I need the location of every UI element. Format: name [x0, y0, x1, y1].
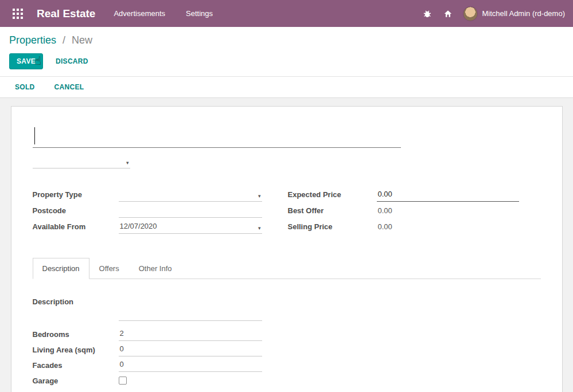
postcode-label: Postcode	[33, 206, 119, 218]
user-name: Mitchell Admin (rd-demo)	[482, 9, 566, 18]
home-icon[interactable]	[442, 8, 454, 19]
table-row: Bedrooms 2	[33, 326, 541, 341]
description-label: Description	[33, 297, 541, 306]
breadcrumb: Properties / New	[0, 27, 573, 50]
breadcrumb-separator: /	[63, 34, 65, 46]
description-rows: Bedrooms 2 Living Area (sqm) 0 Facades 0…	[33, 326, 541, 392]
facades-label: Facades	[33, 361, 119, 372]
right-field-group: Expected Price 0.00 Best Offer 0.00 Sell…	[288, 186, 541, 234]
property-type-label: Property Type	[33, 190, 119, 202]
best-offer-value: 0.00	[377, 205, 393, 218]
facades-input[interactable]: 0	[119, 359, 262, 372]
tab-description[interactable]: Description	[33, 258, 89, 279]
chevron-down-icon: ▾	[258, 225, 261, 231]
description-input[interactable]	[119, 306, 262, 321]
sold-button[interactable]: SOLD	[15, 83, 35, 91]
bug-icon[interactable]	[422, 8, 433, 19]
selling-price-value: 0.00	[377, 221, 393, 234]
postcode-input[interactable]	[119, 204, 262, 218]
title-input[interactable]	[33, 124, 401, 148]
form-view-background: ▾ Property Type ▾ Postcode Available Fro…	[0, 98, 573, 392]
tags-input[interactable]: ▾	[33, 155, 130, 168]
tab-offers[interactable]: Offers	[89, 258, 129, 279]
breadcrumb-properties[interactable]: Properties	[9, 34, 56, 46]
bedrooms-label: Bedrooms	[33, 330, 119, 341]
discard-button[interactable]: DISCARD	[56, 57, 88, 65]
form-statusbar: SOLD CANCEL	[0, 77, 573, 98]
garage-label: Garage	[33, 377, 119, 387]
save-button[interactable]: SAVE	[9, 53, 43, 69]
left-field-group: Property Type ▾ Postcode Available From …	[33, 186, 262, 234]
menu-settings[interactable]: Settings	[184, 1, 215, 26]
main-menu: Advertisements Settings	[111, 1, 215, 26]
cancel-button[interactable]: CANCEL	[54, 83, 84, 91]
navbar-right: Mitchell Admin (rd-demo)	[422, 6, 566, 21]
table-row: Garden	[33, 387, 541, 392]
notebook-tabs: Description Offers Other Info	[33, 258, 541, 279]
living-area-label: Living Area (sqm)	[33, 346, 119, 356]
table-row: Garage	[33, 372, 541, 387]
chevron-down-icon: ▾	[126, 160, 129, 166]
control-panel: SAVE DISCARD	[0, 50, 573, 77]
available-from-input[interactable]: 12/07/2020▾	[119, 220, 262, 234]
field-groups: Property Type ▾ Postcode Available From …	[33, 186, 541, 234]
selling-price-label: Selling Price	[288, 222, 377, 234]
top-navbar: Real Estate Advertisements Settings Mitc…	[0, 0, 573, 27]
tab-other-info[interactable]: Other Info	[129, 258, 182, 279]
user-menu[interactable]: Mitchell Admin (rd-demo)	[463, 6, 566, 21]
table-row: Facades 0	[33, 356, 541, 372]
menu-advertisements[interactable]: Advertisements	[111, 1, 167, 26]
expected-price-label: Expected Price	[288, 190, 377, 202]
bedrooms-input[interactable]: 2	[119, 328, 262, 341]
expected-price-input[interactable]: 0.00	[377, 188, 519, 202]
table-row: Living Area (sqm) 0	[33, 341, 541, 356]
text-caret	[34, 127, 35, 144]
form-sheet: ▾ Property Type ▾ Postcode Available Fro…	[11, 106, 563, 392]
garage-checkbox[interactable]	[119, 377, 127, 385]
avatar	[463, 6, 478, 21]
living-area-input[interactable]: 0	[119, 344, 262, 356]
app-title[interactable]: Real Estate	[37, 7, 95, 20]
chevron-down-icon: ▾	[258, 193, 261, 199]
best-offer-label: Best Offer	[288, 206, 377, 218]
description-tab-content: Description Bedrooms 2 Living Area (sqm)…	[33, 279, 541, 392]
property-type-input[interactable]: ▾	[119, 188, 262, 202]
apps-grid-icon[interactable]	[8, 0, 28, 27]
available-from-label: Available From	[33, 222, 119, 234]
breadcrumb-new: New	[72, 34, 92, 46]
